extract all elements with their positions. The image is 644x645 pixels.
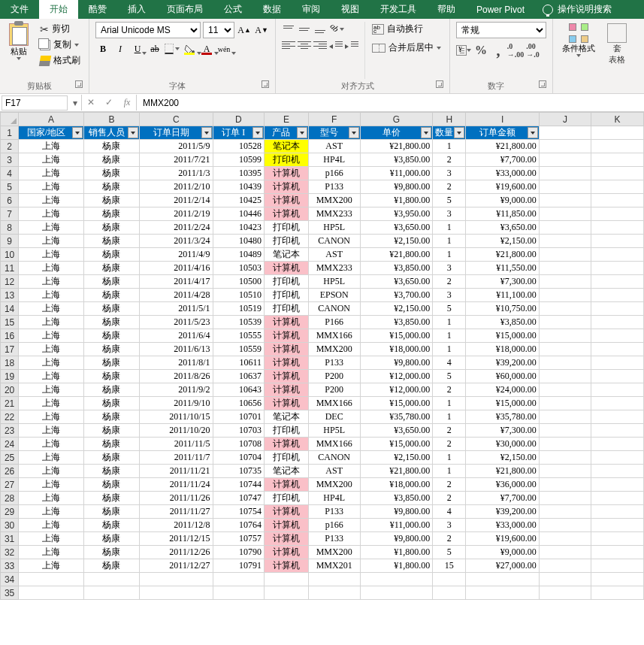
cell[interactable]: 10791	[213, 559, 264, 573]
cell[interactable]	[539, 559, 591, 573]
cell[interactable]	[433, 586, 466, 600]
cell[interactable]: 打印机	[265, 492, 309, 505]
cell[interactable]: 杨康	[83, 505, 139, 519]
cell[interactable]: 计算机	[265, 478, 309, 492]
wrap-text-button[interactable]: abc自动换行	[370, 22, 443, 36]
col-header-D[interactable]: D	[213, 113, 264, 126]
cell[interactable]: ¥1,800.00	[360, 546, 433, 559]
cell[interactable]: ¥18,000.00	[360, 343, 433, 356]
cell[interactable]	[265, 573, 309, 586]
cell[interactable]: 上海	[19, 235, 84, 248]
cell[interactable]: ¥3,850.00	[360, 316, 433, 329]
cell[interactable]: 杨康	[83, 194, 139, 207]
cell[interactable]	[591, 505, 644, 519]
cell[interactable]	[591, 262, 644, 275]
cell[interactable]	[591, 207, 644, 221]
cell[interactable]: 10703	[213, 424, 264, 438]
cell[interactable]: 杨康	[83, 410, 139, 424]
font-size-select[interactable]: 11	[203, 22, 234, 38]
cell[interactable]: 杨康	[83, 316, 139, 329]
cell[interactable]: ¥7,300.00	[466, 424, 539, 438]
cell[interactable]: ¥2,150.00	[360, 235, 433, 248]
cell[interactable]	[539, 438, 591, 451]
cell[interactable]: 2011/8/1	[140, 356, 213, 370]
cell[interactable]	[591, 248, 644, 262]
cell[interactable]: 10704	[213, 451, 264, 465]
cell[interactable]	[539, 140, 591, 153]
align-center-button[interactable]	[298, 41, 311, 52]
cell[interactable]: 上海	[19, 248, 84, 262]
cell[interactable]: 计算机	[265, 505, 309, 519]
clipboard-dialog-launcher[interactable]	[75, 80, 83, 88]
cell[interactable]: ¥30,000.00	[466, 438, 539, 451]
cell[interactable]: 10446	[213, 207, 264, 221]
select-all-corner[interactable]	[1, 113, 19, 126]
cell[interactable]	[433, 573, 466, 586]
cell[interactable]: 1	[433, 248, 466, 262]
tab-home[interactable]: 开始	[39, 0, 78, 19]
cell[interactable]: ¥35,780.00	[466, 410, 539, 424]
cell[interactable]: ¥19,600.00	[466, 532, 539, 546]
cell[interactable]	[539, 221, 591, 235]
cell[interactable]: 2	[433, 153, 466, 167]
cell[interactable]: 打印机	[265, 275, 309, 289]
cell[interactable]: AST	[308, 140, 360, 153]
tab-data[interactable]: 数据	[252, 0, 292, 19]
cell[interactable]: ¥21,800.00	[360, 248, 433, 262]
name-box[interactable]	[2, 95, 68, 111]
cell[interactable]: 杨康	[83, 478, 139, 492]
cell[interactable]: 杨康	[83, 438, 139, 451]
cell[interactable]: 10528	[213, 140, 264, 153]
cell[interactable]: CANON	[308, 302, 360, 316]
cell[interactable]	[213, 573, 264, 586]
font-dialog-launcher[interactable]	[262, 80, 269, 88]
cell[interactable]: ¥2,150.00	[360, 302, 433, 316]
cell[interactable]: P133	[308, 532, 360, 546]
cell[interactable]: 10519	[213, 302, 264, 316]
cell[interactable]	[539, 207, 591, 221]
col-header-I[interactable]: I	[466, 113, 539, 126]
cell[interactable]: 杨康	[83, 235, 139, 248]
row-header-26[interactable]: 26	[1, 465, 19, 478]
tab-review[interactable]: 审阅	[292, 0, 331, 19]
cell[interactable]: 2	[433, 532, 466, 546]
cell[interactable]: 2011/9/10	[140, 397, 213, 410]
row-header-30[interactable]: 30	[1, 519, 19, 532]
tab-pagelayout[interactable]: 页面布局	[156, 0, 213, 19]
cell[interactable]: 1	[433, 451, 466, 465]
cell[interactable]: 2011/11/26	[140, 492, 213, 505]
cell[interactable]	[591, 221, 644, 235]
cell[interactable]: 上海	[19, 465, 84, 478]
cell[interactable]: 上海	[19, 194, 84, 207]
col-header-A[interactable]: A	[19, 113, 84, 126]
filter-button[interactable]	[297, 127, 307, 138]
cell[interactable]: ¥35,780.00	[360, 410, 433, 424]
cell[interactable]: 上海	[19, 383, 84, 397]
cell[interactable]	[539, 275, 591, 289]
cell[interactable]: ¥39,200.00	[466, 356, 539, 370]
cell[interactable]: 杨康	[83, 207, 139, 221]
cell[interactable]: 打印机	[265, 235, 309, 248]
cell[interactable]: 计算机	[265, 316, 309, 329]
cell[interactable]: ¥15,000.00	[360, 438, 433, 451]
decrease-indent-button[interactable]	[329, 41, 343, 52]
cell[interactable]: HP4L	[308, 153, 360, 167]
cell[interactable]	[140, 586, 213, 600]
filter-button[interactable]	[349, 127, 359, 138]
row-header-9[interactable]: 9	[1, 235, 19, 248]
cell[interactable]	[591, 410, 644, 424]
cell[interactable]	[539, 370, 591, 383]
cell[interactable]: 杨康	[83, 248, 139, 262]
italic-button[interactable]: I	[113, 41, 128, 56]
cell[interactable]	[539, 302, 591, 316]
cell[interactable]: DEC	[308, 410, 360, 424]
cell[interactable]: 2011/1/3	[140, 167, 213, 180]
orientation-button[interactable]: ab	[329, 22, 344, 37]
cell[interactable]: ¥3,650.00	[360, 424, 433, 438]
row-header-21[interactable]: 21	[1, 397, 19, 410]
cell[interactable]: P133	[308, 180, 360, 194]
col-header-B[interactable]: B	[83, 113, 139, 126]
cell[interactable]: 笔记本	[265, 140, 309, 153]
cell[interactable]: P133	[308, 356, 360, 370]
row-header-29[interactable]: 29	[1, 505, 19, 519]
